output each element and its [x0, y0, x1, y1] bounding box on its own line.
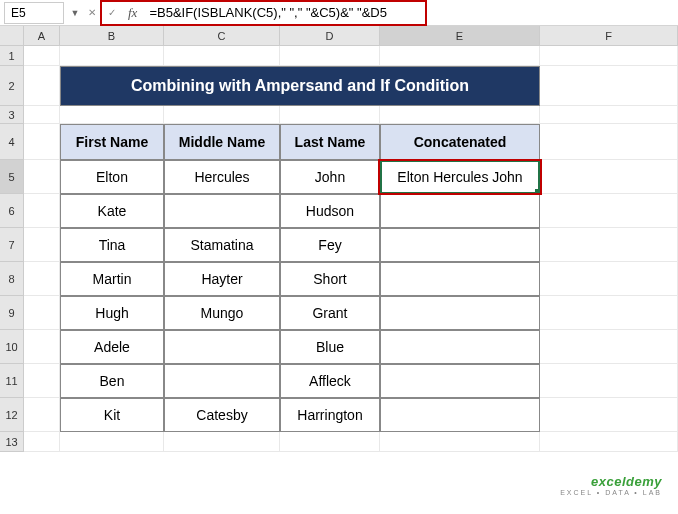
cell[interactable]	[540, 330, 678, 364]
name-box-dropdown[interactable]: ▼	[68, 8, 82, 18]
row-header-12[interactable]: 12	[0, 398, 23, 432]
cell[interactable]	[540, 160, 678, 194]
cell[interactable]	[540, 106, 678, 124]
row-header-13[interactable]: 13	[0, 432, 23, 452]
table-cell[interactable]	[164, 330, 280, 364]
table-cell[interactable]: Elton Hercules John	[380, 160, 540, 194]
table-cell[interactable]: Kit	[60, 398, 164, 432]
cell[interactable]	[24, 432, 60, 452]
col-header-a[interactable]: A	[24, 26, 60, 45]
table-cell[interactable]: Stamatina	[164, 228, 280, 262]
select-all-corner[interactable]	[0, 26, 24, 46]
col-header-b[interactable]: B	[60, 26, 164, 45]
cell[interactable]	[24, 330, 60, 364]
cell[interactable]	[540, 296, 678, 330]
table-cell[interactable]	[380, 364, 540, 398]
table-cell[interactable]: Elton	[60, 160, 164, 194]
cell[interactable]	[164, 46, 280, 66]
table-cell[interactable]: Tina	[60, 228, 164, 262]
cell[interactable]	[164, 106, 280, 124]
cell[interactable]	[540, 124, 678, 160]
col-header-f[interactable]: F	[540, 26, 678, 45]
header-concat[interactable]: Concatenated	[380, 124, 540, 160]
row-header-11[interactable]: 11	[0, 364, 23, 398]
row-header-9[interactable]: 9	[0, 296, 23, 330]
cell[interactable]	[24, 398, 60, 432]
table-cell[interactable]	[380, 228, 540, 262]
cell[interactable]	[280, 432, 380, 452]
table-cell[interactable]: Hercules	[164, 160, 280, 194]
table-cell[interactable]	[380, 330, 540, 364]
cell[interactable]	[380, 106, 540, 124]
header-middle[interactable]: Middle Name	[164, 124, 280, 160]
cell[interactable]	[60, 46, 164, 66]
row-header-4[interactable]: 4	[0, 124, 23, 160]
cell[interactable]	[540, 398, 678, 432]
table-cell[interactable]: Hudson	[280, 194, 380, 228]
cell[interactable]	[24, 106, 60, 124]
cell[interactable]	[24, 46, 60, 66]
row-header-6[interactable]: 6	[0, 194, 23, 228]
table-cell[interactable]: Hayter	[164, 262, 280, 296]
cell[interactable]	[60, 432, 164, 452]
col-header-d[interactable]: D	[280, 26, 380, 45]
cell[interactable]	[540, 194, 678, 228]
table-cell[interactable]: Fey	[280, 228, 380, 262]
row-header-7[interactable]: 7	[0, 228, 23, 262]
table-cell[interactable]: Blue	[280, 330, 380, 364]
cell[interactable]	[540, 66, 678, 106]
cell[interactable]	[24, 160, 60, 194]
cell[interactable]	[24, 262, 60, 296]
cell[interactable]	[24, 228, 60, 262]
row-header-5[interactable]: 5	[0, 160, 23, 194]
table-cell[interactable]: Mungo	[164, 296, 280, 330]
table-cell[interactable]: Harrington	[280, 398, 380, 432]
watermark-subtitle: EXCEL • DATA • LAB	[560, 489, 662, 496]
formula-input[interactable]: =B5&IF(ISBLANK(C5)," "," "&C5)&" "&D5	[143, 3, 670, 23]
cell[interactable]	[60, 106, 164, 124]
cell[interactable]	[24, 364, 60, 398]
title-cell[interactable]: Combining with Ampersand and If Conditio…	[60, 66, 540, 106]
table-cell[interactable]	[380, 194, 540, 228]
table-cell[interactable]: Catesby	[164, 398, 280, 432]
table-cell[interactable]	[164, 364, 280, 398]
row-header-2[interactable]: 2	[0, 66, 23, 106]
col-header-e[interactable]: E	[380, 26, 540, 45]
cell[interactable]	[24, 194, 60, 228]
cell[interactable]	[280, 46, 380, 66]
cell[interactable]	[280, 106, 380, 124]
table-cell[interactable]: Ben	[60, 364, 164, 398]
row-header-1[interactable]: 1	[0, 46, 23, 66]
cell[interactable]	[380, 432, 540, 452]
table-cell[interactable]: Martin	[60, 262, 164, 296]
header-last[interactable]: Last Name	[280, 124, 380, 160]
table-cell[interactable]: Grant	[280, 296, 380, 330]
cell[interactable]	[164, 432, 280, 452]
cell[interactable]	[540, 432, 678, 452]
cell[interactable]	[540, 46, 678, 66]
table-cell[interactable]: Short	[280, 262, 380, 296]
table-cell[interactable]	[380, 262, 540, 296]
table-cell[interactable]: Kate	[60, 194, 164, 228]
table-cell[interactable]	[164, 194, 280, 228]
header-first[interactable]: First Name	[60, 124, 164, 160]
cell[interactable]	[540, 262, 678, 296]
table-cell[interactable]: John	[280, 160, 380, 194]
cell[interactable]	[24, 296, 60, 330]
table-cell[interactable]	[380, 398, 540, 432]
cell[interactable]	[380, 46, 540, 66]
table-cell[interactable]: Hugh	[60, 296, 164, 330]
cell[interactable]	[540, 364, 678, 398]
col-header-c[interactable]: C	[164, 26, 280, 45]
table-cell[interactable]	[380, 296, 540, 330]
fx-icon[interactable]: fx	[122, 5, 143, 21]
cell[interactable]	[24, 66, 60, 106]
table-cell[interactable]: Affleck	[280, 364, 380, 398]
table-cell[interactable]: Adele	[60, 330, 164, 364]
cell[interactable]	[24, 124, 60, 160]
cell[interactable]	[540, 228, 678, 262]
row-header-8[interactable]: 8	[0, 262, 23, 296]
row-header-3[interactable]: 3	[0, 106, 23, 124]
name-box[interactable]: E5	[4, 2, 64, 24]
row-header-10[interactable]: 10	[0, 330, 23, 364]
